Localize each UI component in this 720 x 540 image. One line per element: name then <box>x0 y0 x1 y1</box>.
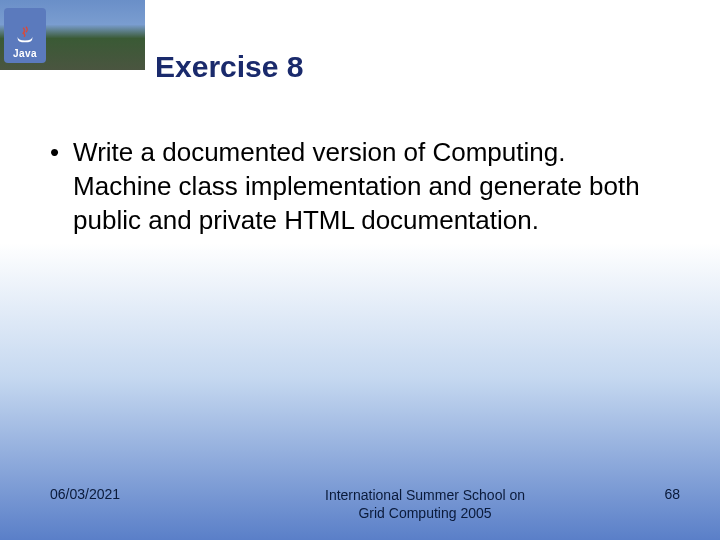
slide-footer: 06/03/2021 International Summer School o… <box>0 486 720 522</box>
footer-date: 06/03/2021 <box>50 486 230 502</box>
footer-center-line2: Grid Computing 2005 <box>230 504 620 522</box>
java-logo: Java <box>4 8 46 63</box>
footer-center-line1: International Summer School on <box>230 486 620 504</box>
bullet-item: • Write a documented version of Computin… <box>40 135 660 237</box>
slide-body: • Write a documented version of Computin… <box>40 135 660 237</box>
footer-page-number: 68 <box>620 486 680 502</box>
java-cup-icon <box>14 24 36 46</box>
bullet-marker-icon: • <box>50 135 59 169</box>
java-logo-label: Java <box>13 48 37 59</box>
slide-title: Exercise 8 <box>155 50 303 84</box>
bullet-text: Write a documented version of Computing.… <box>73 135 660 237</box>
header-banner-image: Java <box>0 0 145 70</box>
footer-center: International Summer School on Grid Comp… <box>230 486 620 522</box>
